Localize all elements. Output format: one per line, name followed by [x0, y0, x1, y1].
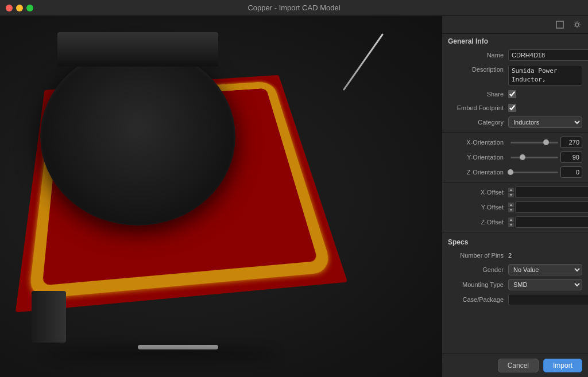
y-offset-controls: ▲ ▼: [508, 201, 588, 213]
3d-scene: [0, 16, 442, 377]
embed-footprint-row: Embed Footprint: [442, 101, 588, 115]
x-orientation-label: X-Orientation: [448, 139, 508, 146]
window-title: Copper - Import CAD Model: [247, 3, 340, 12]
x-offset-up[interactable]: ▲: [508, 188, 514, 192]
x-offset-input[interactable]: [515, 186, 588, 198]
svg-line-7: [579, 26, 579, 27]
description-input[interactable]: Sumida Power Inductor, CDRH5D18, SMD: [508, 65, 582, 85]
y-orientation-input[interactable]: [560, 151, 582, 163]
name-label: Name: [448, 52, 508, 59]
x-offset-stepper[interactable]: ▲ ▼: [508, 188, 514, 197]
y-orientation-label: Y-Orientation: [448, 154, 508, 161]
y-offset-stepper[interactable]: ▲ ▼: [508, 203, 514, 212]
mounting-type-select[interactable]: SMD Through-Hole: [508, 279, 582, 290]
category-row: Category Inductors Capacitors Resistors …: [442, 115, 588, 130]
svg-line-9: [575, 26, 575, 27]
general-info-header: General Info: [442, 34, 588, 48]
panel-footer: Cancel Import: [442, 353, 588, 377]
z-offset-up[interactable]: ▲: [508, 217, 514, 222]
svg-point-1: [575, 23, 579, 26]
y-offset-label: Y-Offset: [448, 204, 508, 211]
z-offset-stepper[interactable]: ▲ ▼: [508, 217, 514, 227]
x-orientation-thumb[interactable]: [543, 139, 549, 145]
mounting-type-label: Mounting Type: [448, 281, 508, 288]
panel-toolbar: [442, 16, 588, 34]
name-row: Name: [442, 48, 588, 63]
minimize-button[interactable]: [16, 5, 23, 11]
x-orientation-track[interactable]: [510, 142, 558, 143]
rectangle-icon[interactable]: [554, 18, 566, 31]
pcb-shadow: [46, 348, 276, 360]
num-pins-row: Number of Pins 2: [442, 248, 588, 262]
share-checkbox[interactable]: [508, 90, 516, 98]
x-orientation-row: X-Orientation: [442, 135, 588, 150]
x-orientation-control: [510, 137, 582, 148]
y-orientation-row: Y-Orientation: [442, 150, 588, 165]
z-offset-row: Z-Offset ▲ ▼: [442, 215, 588, 230]
inductor-body: [40, 48, 235, 226]
light-icon[interactable]: [571, 18, 583, 31]
share-row: Share: [442, 87, 588, 101]
terminal-left: [32, 291, 66, 343]
share-label: Share: [448, 91, 508, 98]
z-orientation-control: [510, 166, 582, 178]
main-content: General Info Name Description Sumida Pow…: [0, 16, 588, 377]
viewport[interactable]: [0, 16, 442, 377]
num-pins-value: 2: [508, 252, 582, 259]
close-button[interactable]: [6, 5, 13, 11]
y-offset-input[interactable]: [515, 201, 588, 213]
case-package-row: Case/Package: [442, 292, 588, 307]
z-offset-down[interactable]: ▼: [508, 223, 514, 227]
case-package-input[interactable]: [508, 294, 588, 305]
window-controls[interactable]: [6, 5, 33, 11]
description-label: Description: [448, 65, 508, 73]
y-offset-up[interactable]: ▲: [508, 203, 514, 207]
x-offset-label: X-Offset: [448, 189, 508, 196]
num-pins-label: Number of Pins: [448, 252, 508, 259]
gender-row: Gender No Value Male Female: [442, 262, 588, 277]
inductor-top: [57, 32, 218, 67]
name-input[interactable]: [508, 49, 588, 61]
y-orientation-track[interactable]: [510, 157, 558, 158]
maximize-button[interactable]: [26, 5, 33, 11]
category-select[interactable]: Inductors Capacitors Resistors ICs Conne…: [508, 116, 582, 128]
title-bar: Copper - Import CAD Model: [0, 0, 588, 16]
y-orientation-thumb[interactable]: [520, 154, 525, 160]
embed-footprint-checkbox[interactable]: [508, 104, 516, 112]
z-orientation-row: Z-Orientation: [442, 165, 588, 180]
x-orientation-input[interactable]: [560, 137, 582, 148]
gender-select[interactable]: No Value Male Female: [508, 264, 582, 275]
z-orientation-track[interactable]: [510, 172, 558, 173]
category-label: Category: [448, 119, 508, 126]
x-offset-controls: ▲ ▼: [508, 186, 588, 198]
z-orientation-thumb[interactable]: [508, 169, 513, 175]
y-offset-down[interactable]: ▼: [508, 208, 514, 212]
specs-header: Specs: [442, 235, 588, 248]
mounting-type-row: Mounting Type SMD Through-Hole: [442, 277, 588, 292]
x-offset-down[interactable]: ▼: [508, 193, 514, 197]
z-offset-controls: ▲ ▼: [508, 216, 588, 228]
z-offset-input[interactable]: [515, 216, 588, 228]
description-row: Description Sumida Power Inductor, CDRH5…: [442, 63, 588, 87]
svg-line-8: [579, 22, 579, 23]
z-orientation-label: Z-Orientation: [448, 169, 508, 176]
svg-line-6: [575, 22, 575, 23]
right-panel: General Info Name Description Sumida Pow…: [442, 16, 588, 377]
gender-label: Gender: [448, 266, 508, 273]
svg-rect-0: [556, 21, 563, 28]
case-package-label: Case/Package: [448, 296, 508, 303]
cancel-button[interactable]: Cancel: [498, 359, 539, 372]
y-offset-row: Y-Offset ▲ ▼: [442, 200, 588, 215]
x-offset-row: X-Offset ▲ ▼: [442, 185, 588, 200]
terminal-wire: [343, 33, 384, 91]
z-offset-label: Z-Offset: [448, 219, 508, 226]
import-button[interactable]: Import: [543, 359, 582, 372]
embed-footprint-label: Embed Footprint: [448, 104, 508, 111]
y-orientation-control: [510, 151, 582, 163]
z-orientation-input[interactable]: [560, 166, 582, 178]
